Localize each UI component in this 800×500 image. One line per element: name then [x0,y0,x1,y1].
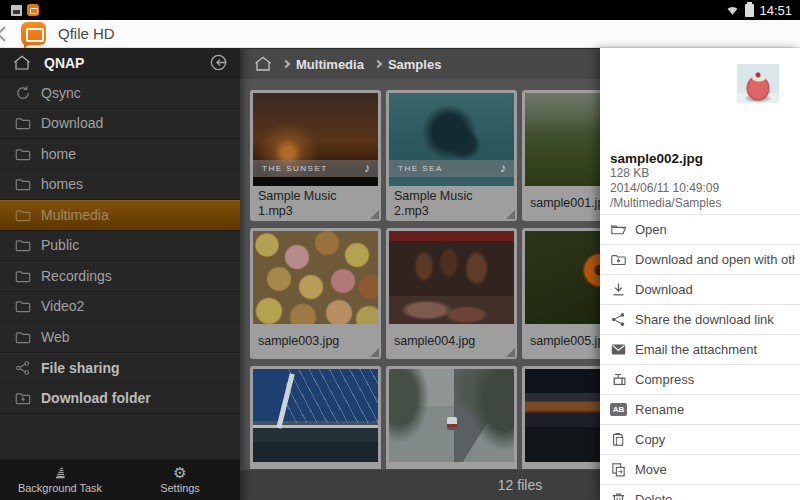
qfile-app-window: 14:51 Qfile HD QNAP Qsync [0,0,800,500]
menu-item-open[interactable]: Open [600,214,800,244]
email-icon [610,341,627,358]
share-icon [610,311,627,328]
sidebar: QNAP Qsync Download home [0,48,240,500]
back-icon[interactable] [0,25,7,43]
menu-item-email[interactable]: Email the attachment [600,334,800,364]
file-card-snow-road[interactable] [386,366,517,469]
download-open-icon [610,251,627,268]
download-folder-icon [14,389,32,407]
background-task-button[interactable]: Background Task [0,459,120,500]
compress-icon [610,371,627,388]
file-count-bar: 12 files [240,469,600,500]
file-name: sample001.jpg [525,186,600,221]
file-name: sample004.jpg [389,324,514,359]
file-card-bridge[interactable] [250,366,381,469]
album-art-sunset: THE SUNSET ♪ [253,93,378,186]
corner-fold-icon [506,348,515,357]
file-card-sample001[interactable]: sample001.jpg [522,90,600,221]
move-icon [610,461,627,478]
music-note-icon: ♪ [364,161,370,175]
folder-icon [14,175,32,193]
open-icon [610,221,627,238]
detail-file-date: 2014/06/11 10:49:09 [610,181,721,196]
sidebar-item-download-folder[interactable]: Download folder [0,383,240,414]
detail-file-meta: 128 KB 2014/06/11 10:49:09 /Multimedia/S… [610,166,721,211]
file-card-sample005[interactable]: sample005.jpg [522,228,600,359]
folder-icon [14,236,32,254]
breadcrumb-segment-multimedia[interactable]: Multimedia [296,57,364,72]
detail-file-name: sample002.jpg [610,151,703,166]
menu-item-copy[interactable]: Copy [600,424,800,454]
menu-item-delete[interactable]: Delete [600,484,800,500]
file-name: Sample Music 1.mp3 [253,186,378,221]
download-icon [610,281,627,298]
sidebar-item-recordings[interactable]: Recordings [0,261,240,292]
file-preview-thumbnail [737,64,779,103]
folder-icon [14,206,32,224]
sidebar-item-file-sharing[interactable]: File sharing [0,353,240,384]
app-title: Qfile HD [58,25,115,42]
sidebar-item-download[interactable]: Download [0,109,240,140]
file-card-sample003[interactable]: sample003.jpg [250,228,381,359]
file-grid: THE SUNSET ♪ Sample Music 1.mp3 THE SEA … [240,79,600,469]
sidebar-item-homes[interactable]: homes [0,170,240,201]
chevron-right-icon [374,60,382,68]
menu-item-compress[interactable]: Compress [600,364,800,394]
sidebar-item-qsync[interactable]: Qsync [0,78,240,109]
nas-name: QNAP [44,55,84,71]
folder-icon [14,145,32,163]
menu-item-download[interactable]: Download [600,274,800,304]
photo-snow-road [389,369,514,462]
file-card-sample-music-2[interactable]: THE SEA ♪ Sample Music 2.mp3 [386,90,517,221]
wifi-icon [725,3,740,17]
settings-button[interactable]: ⚙ Settings [120,459,240,500]
corner-fold-icon [506,210,515,219]
menu-item-download-open[interactable]: Download and open with other app [600,244,800,274]
sidebar-item-home[interactable]: home [0,139,240,170]
breadcrumb: Multimedia Samples [240,48,600,79]
action-menu: Open Download and open with other app Do… [600,214,800,500]
app-header: Qfile HD [0,20,800,48]
menu-item-share-link[interactable]: Share the download link [600,304,800,334]
logout-icon[interactable] [209,53,228,72]
task-icon [52,465,68,481]
breadcrumb-segment-samples[interactable]: Samples [388,57,441,72]
photo-cheese-discs [253,231,378,324]
file-card-sample-music-1[interactable]: THE SUNSET ♪ Sample Music 1.mp3 [250,90,381,221]
photo-bridge [253,369,378,462]
copy-icon [610,431,627,448]
android-status-bar: 14:51 [0,0,800,20]
nas-home-icon [13,55,31,71]
folder-icon [14,328,32,346]
sync-icon [14,84,32,102]
file-name: sample005.jpg [525,324,600,359]
share-icon [14,359,32,377]
chevron-right-icon [282,60,290,68]
photo-poppy [525,231,600,324]
file-name: Sample Music 2.mp3 [389,186,514,221]
file-card-dark-sunset[interactable] [522,366,600,469]
notification-icon [11,5,22,16]
gear-icon: ⚙ [172,465,188,481]
breadcrumb-home-icon[interactable] [254,56,272,72]
file-detail-panel: sample002.jpg 128 KB 2014/06/11 10:49:09… [600,48,800,500]
qfile-app-logo-icon [21,22,46,45]
folder-icon [14,114,32,132]
file-card-sample004[interactable]: sample004.jpg [386,228,517,359]
sidebar-item-public[interactable]: Public [0,231,240,262]
trash-icon [610,491,627,500]
menu-item-move[interactable]: Move [600,454,800,484]
sidebar-item-video2[interactable]: Video2 [0,292,240,323]
folder-icon [14,267,32,285]
photo-balloons [525,93,600,186]
sidebar-item-multimedia[interactable]: Multimedia [0,200,240,231]
file-count: 12 files [498,477,542,493]
file-name: sample003.jpg [253,324,378,359]
sidebar-header-qnap[interactable]: QNAP [0,48,240,78]
photo-ham-market [389,231,514,324]
menu-item-rename[interactable]: AB Rename [600,394,800,424]
sidebar-item-web[interactable]: Web [0,322,240,353]
music-note-icon: ♪ [500,161,506,175]
qfile-notification-icon [27,4,39,16]
clock: 14:51 [759,3,792,18]
